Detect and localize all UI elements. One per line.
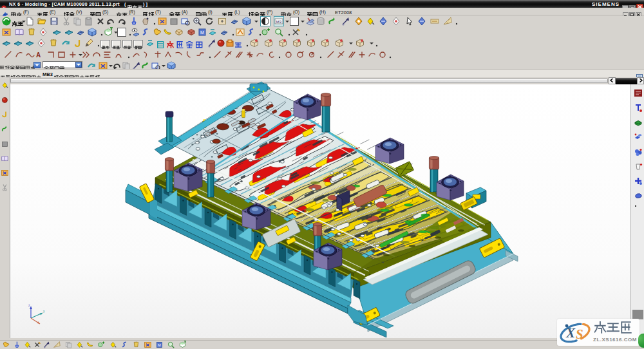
- svg-text:y: y: [43, 309, 45, 313]
- svg-text:X: X: [565, 325, 576, 341]
- svg-text:S: S: [576, 326, 583, 342]
- svg-text:x: x: [41, 325, 43, 326]
- svg-text:z: z: [28, 303, 30, 307]
- svg-text:M3: M3: [276, 20, 282, 24]
- svg-text:M: M: [158, 343, 161, 347]
- svg-text:M: M: [200, 30, 204, 35]
